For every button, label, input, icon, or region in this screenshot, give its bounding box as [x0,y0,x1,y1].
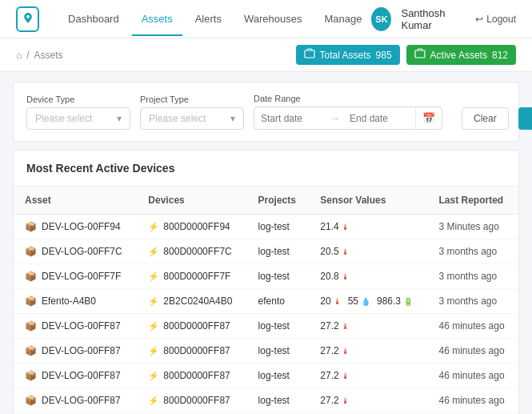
asset-name: DEV-LOG-00FF7F [42,271,121,282]
asset-icon: 📦 [25,271,37,282]
asset-name: DEV-LOG-00FF87 [42,320,121,332]
bluetooth-icon: ⚡ [148,271,159,282]
device-name: 800D0000FF87 [163,395,230,406]
calendar-icon[interactable]: 📅 [415,107,442,129]
bluetooth-icon: ⚡ [148,346,159,356]
device-name: 800D0000FF87 [163,370,230,381]
asset-name: DEV-LOG-00FF94 [42,221,121,232]
asset-name: DEV-LOG-00FF87 [42,370,121,381]
last-reported-cell: 3 Minutes ago [428,215,519,239]
device-cell: ⚡800D0000FF87 [148,370,235,381]
sensor-values: 27.2🌡 [320,345,416,356]
table-header-row: Asset Devices Projects Sensor Values Las… [14,187,518,215]
bluetooth-icon: ⚡ [148,222,159,232]
bluetooth-icon: ⚡ [148,321,159,332]
date-separator: → [326,112,343,124]
clear-button[interactable]: Clear [462,107,509,130]
logout-button[interactable]: ↩ Logout [475,14,516,25]
col-sensor-values: Sensor Values [309,187,427,215]
last-reported-cell: 46 minutes ago [428,339,519,364]
sensor-values: 20🌡 55💧 986.3🔋 [320,295,416,307]
sensor-cell: 27.2🌡 [309,388,427,413]
sensor-cell: 20.8🌡 [309,264,427,289]
temp-icon: 🌡 [342,396,350,405]
temp-icon: 🌡 [342,347,350,356]
header-right: SK Santhosh Kumar ↩ Logout [371,7,516,31]
temp-value: 20.5🌡 [320,246,349,257]
date-range-input: → 📅 [254,107,442,130]
search-button[interactable]: Search [518,107,532,130]
device-cell: ⚡800D0000FF7F [148,271,235,282]
device-cell: ⚡800D0000FF7C [148,246,235,257]
device-cell: ⚡800D0000FF87 [148,395,235,406]
active-assets-value: 812 [492,50,508,61]
asset-icon: 📦 [25,295,37,307]
pressure-icon: 🔋 [403,297,413,306]
stats-bar: Total Assets 985 Active Assets 812 [296,45,516,65]
project-cell: efento [247,289,310,314]
svg-rect-1 [415,50,425,58]
breadcrumb-bar: ⌂ / Assets Total Assets 985 Active Asset… [0,38,532,72]
device-type-label: Device Type [26,94,130,104]
temp-value: 21.4🌡 [320,221,349,232]
active-assets-icon [414,48,426,62]
chevron-down-icon: ▾ [230,113,235,124]
asset-icon: 📦 [25,395,37,406]
home-icon[interactable]: ⌂ [16,50,22,61]
nav-dashboard[interactable]: Dashboard [58,2,129,36]
asset-cell: 📦DEV-LOG-00FF87 [25,370,126,381]
device-name: 800D0000FF87 [163,320,230,332]
table-row: 📦DEV-LOG-00FF87⚡800D0000FF87log-test 27.… [14,314,518,339]
device-name: 800D0000FF94 [163,221,230,232]
app-header: Dashboard Assets Alerts Warehouses Manag… [0,0,532,38]
temp-icon: 🌡 [342,223,350,231]
logout-label: Logout [486,14,516,25]
sensor-cell: 21.4🌡 [309,215,427,239]
username-label: Santhosh Kumar [401,7,466,31]
date-range-label: Date Range [254,94,442,103]
project-cell: log-test [247,364,310,388]
sensor-values: 21.4🌡 [320,221,416,232]
project-type-label: Project Type [140,94,244,104]
col-asset: Asset [14,187,137,215]
last-reported-cell: 3 months ago [428,289,519,314]
start-date-input[interactable] [254,108,326,129]
nav-assets[interactable]: Assets [132,2,182,36]
device-cell: ⚡800D0000FF94 [148,221,235,232]
table-row: 📦DEV-LOG-00FF87⚡800D0000FF87log-test 27.… [14,364,518,388]
temp-value: 27.2🌡 [320,370,349,381]
project-type-select[interactable]: Please select ▾ [140,107,244,130]
col-last-reported: Last Reported [428,187,519,215]
table-row: 📦DEV-LOG-00FF7F⚡800D0000FF7Flog-test 20.… [14,264,518,289]
nav-warehouses[interactable]: Warehouses [234,2,312,36]
temp-icon: 🌡 [334,297,342,306]
asset-icon: 📦 [25,221,37,232]
project-cell: log-test [247,339,310,364]
end-date-input[interactable] [343,108,415,129]
breadcrumb-current: Assets [34,50,63,61]
device-type-select[interactable]: Please select ▾ [26,107,130,130]
asset-name: DEV-LOG-00FF7C [42,246,122,257]
sensor-values: 20.5🌡 [320,246,416,257]
temp-icon: 🌡 [342,247,350,256]
bluetooth-icon: ⚡ [148,247,159,257]
sensor-cell: 20.5🌡 [309,239,427,264]
asset-icon: 📦 [25,345,37,356]
device-name: 2B2C0240A4B0 [163,295,232,307]
sensor-values: 27.2🌡 [320,395,416,406]
filter-row: Device Type Please select ▾ Project Type… [26,94,506,130]
sensor-values: 20.8🌡 [320,271,416,282]
nav-manage[interactable]: Manage [314,2,371,36]
asset-cell: 📦DEV-LOG-00FF87 [25,320,126,332]
total-assets-icon [304,48,315,62]
table-row: 📦DEV-LOG-00FF87⚡800D0000FF87log-test 27.… [14,388,518,413]
bluetooth-icon: ⚡ [148,396,159,406]
asset-icon: 📦 [25,246,37,257]
table-row: 📦DEV-LOG-00FF94⚡800D0000FF94log-test 21.… [14,215,518,239]
nav-alerts[interactable]: Alerts [186,2,231,36]
total-assets-value: 985 [376,50,392,61]
project-cell: log-test [247,264,310,289]
app-logo [16,6,39,32]
bluetooth-icon: ⚡ [148,371,159,381]
main-nav: Dashboard Assets Alerts Warehouses Manag… [58,2,371,36]
